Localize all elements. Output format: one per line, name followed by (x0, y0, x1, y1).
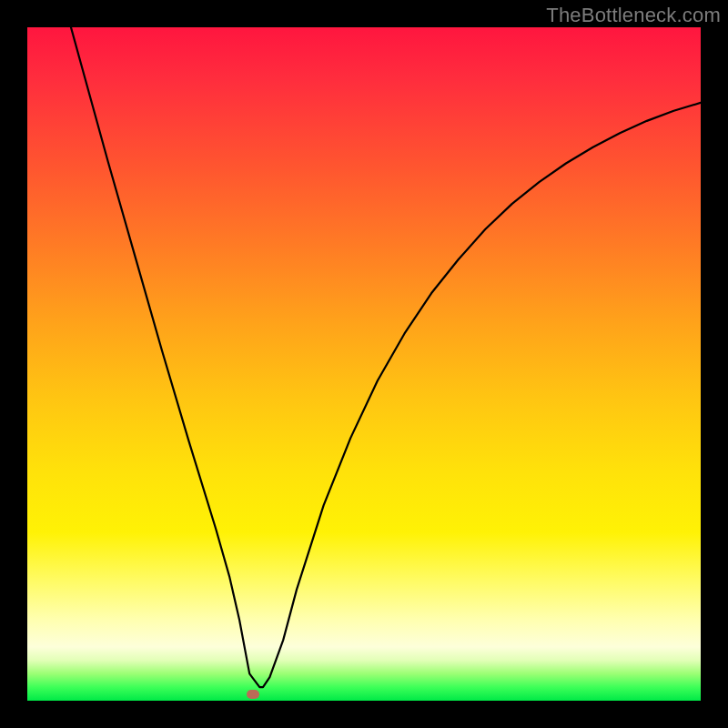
bottleneck-curve (27, 27, 701, 701)
chart-frame: TheBottleneck.com (0, 0, 728, 728)
optimal-point-marker (247, 690, 259, 699)
plot-area (27, 27, 701, 701)
watermark-text: TheBottleneck.com (546, 4, 721, 27)
